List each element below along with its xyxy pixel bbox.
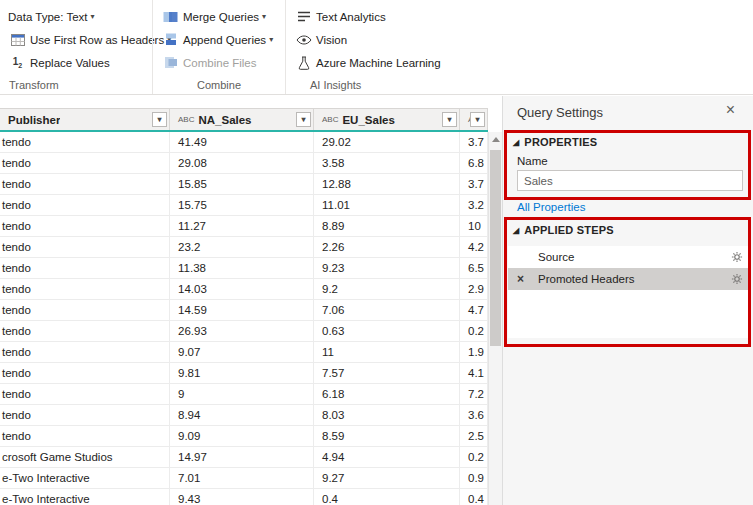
filter-button[interactable]: ▾ [470,112,485,127]
table-cell[interactable]: 9.27 [314,468,460,489]
table-cell[interactable]: 29.02 [314,132,460,153]
table-cell[interactable]: 0.63 [314,321,460,342]
table-cell[interactable]: 9.09 [170,426,314,447]
table-cell[interactable]: 9.2 [314,279,460,300]
table-cell[interactable]: tendo [0,363,170,384]
ribbon-button-use-first-row-as-headers[interactable]: Use First Row as Headers▾ [8,28,144,51]
table-cell[interactable]: 6.8 [460,153,488,174]
table-cell[interactable]: 3.7 [460,132,488,153]
applied-steps-section-header[interactable]: ◢ APPLIED STEPS [513,224,614,236]
table-cell[interactable]: 4.2 [460,237,488,258]
table-cell[interactable]: 14.03 [170,279,314,300]
ribbon-button-data-type-text[interactable]: Data Type: Text▾ [8,5,144,28]
table-cell[interactable]: 29.08 [170,153,314,174]
table-cell[interactable]: 12.88 [314,174,460,195]
column-header-na-sales[interactable]: ABCNA_Sales▾ [170,109,314,130]
close-icon[interactable]: × [726,102,735,118]
table-cell[interactable]: 0.4 [460,489,488,505]
table-cell[interactable]: tendo [0,258,170,279]
table-cell[interactable]: 7.06 [314,300,460,321]
table-cell[interactable]: 11.01 [314,195,460,216]
table-cell[interactable]: 11 [314,342,460,363]
ribbon-button-text-analytics[interactable]: Text Analytics [294,5,487,28]
ribbon-button-append-queries[interactable]: Append Queries▾ [161,28,277,51]
column-header-jp-sales[interactable]: ABCJP_Sales▾ [460,109,488,130]
table-cell[interactable]: crosoft Game Studios [0,447,170,468]
table-cell[interactable]: tendo [0,216,170,237]
table-cell[interactable]: 7.01 [170,468,314,489]
table-cell[interactable]: tendo [0,300,170,321]
table-cell[interactable]: 6.18 [314,384,460,405]
table-cell[interactable]: 41.49 [170,132,314,153]
ribbon-button-vision[interactable]: Vision [294,28,487,51]
table-cell[interactable]: tendo [0,195,170,216]
table-cell[interactable]: tendo [0,174,170,195]
name-input[interactable] [517,170,743,191]
table-cell[interactable]: 2.26 [314,237,460,258]
table-cell[interactable]: 4.1 [460,363,488,384]
table-cell[interactable]: 8.59 [314,426,460,447]
table-cell[interactable]: 9.07 [170,342,314,363]
table-cell[interactable]: tendo [0,405,170,426]
column-header-publisher[interactable]: Publisher▾ [0,109,170,130]
table-cell[interactable]: tendo [0,384,170,405]
table-cell[interactable]: 4.94 [314,447,460,468]
table-cell[interactable]: tendo [0,426,170,447]
table-cell[interactable]: tendo [0,342,170,363]
table-cell[interactable]: 9.43 [170,489,314,505]
table-cell[interactable]: 0.4 [314,489,460,505]
table-cell[interactable]: 1.9 [460,342,488,363]
table-cell[interactable]: e-Two Interactive [0,489,170,505]
delete-step-icon[interactable]: × [517,273,524,285]
table-cell[interactable]: tendo [0,153,170,174]
filter-button[interactable]: ▾ [442,112,457,127]
ribbon-button-azure-machine-learning[interactable]: Azure Machine Learning [294,51,487,74]
table-cell[interactable]: 9.81 [170,363,314,384]
table-cell[interactable]: tendo [0,279,170,300]
ribbon-button-merge-queries[interactable]: Merge Queries▾ [161,5,277,28]
ribbon-button-replace-values[interactable]: 12Replace Values [8,51,144,74]
table-cell[interactable]: 11.27 [170,216,314,237]
table-cell[interactable]: 9.23 [314,258,460,279]
table-cell[interactable]: 4.7 [460,300,488,321]
table-cell[interactable]: 3.7 [460,174,488,195]
gear-icon[interactable] [731,251,743,263]
table-cell[interactable]: 10 [460,216,488,237]
table-cell[interactable]: 23.2 [170,237,314,258]
table-cell[interactable]: 0.2 [460,321,488,342]
table-cell[interactable]: e-Two Interactive [0,468,170,489]
table-cell[interactable]: 0.9 [460,468,488,489]
scrollbar-thumb[interactable] [490,150,501,346]
properties-section-header[interactable]: ◢ PROPERTIES [513,136,597,148]
gear-icon[interactable] [731,273,743,285]
table-cell[interactable]: 8.03 [314,405,460,426]
table-cell[interactable]: 8.89 [314,216,460,237]
table-cell[interactable]: 14.59 [170,300,314,321]
table-cell[interactable]: tendo [0,321,170,342]
table-cell[interactable]: 7.2 [460,384,488,405]
table-cell[interactable]: 0.2 [460,447,488,468]
table-cell[interactable]: 2.9 [460,279,488,300]
table-cell[interactable]: 8.94 [170,405,314,426]
table-cell[interactable]: 6.5 [460,258,488,279]
table-cell[interactable]: tendo [0,132,170,153]
filter-button[interactable]: ▾ [296,112,311,127]
table-cell[interactable]: tendo [0,237,170,258]
scroll-up-button[interactable] [489,132,502,147]
applied-step-source[interactable]: Source [508,246,749,268]
applied-step-promoted-headers[interactable]: ×Promoted Headers [508,268,749,290]
table-cell[interactable]: 2.5 [460,426,488,447]
table-cell[interactable]: 14.97 [170,447,314,468]
table-cell[interactable]: 3.6 [460,405,488,426]
all-properties-link[interactable]: All Properties [517,201,585,213]
filter-button[interactable]: ▾ [152,112,167,127]
table-cell[interactable]: 15.85 [170,174,314,195]
column-header-eu-sales[interactable]: ABCEU_Sales▾ [314,109,460,130]
table-cell[interactable]: 3.58 [314,153,460,174]
table-cell[interactable]: 3.2 [460,195,488,216]
table-cell[interactable]: 9 [170,384,314,405]
table-cell[interactable]: 15.75 [170,195,314,216]
table-cell[interactable]: 26.93 [170,321,314,342]
table-cell[interactable]: 7.57 [314,363,460,384]
table-cell[interactable]: 11.38 [170,258,314,279]
